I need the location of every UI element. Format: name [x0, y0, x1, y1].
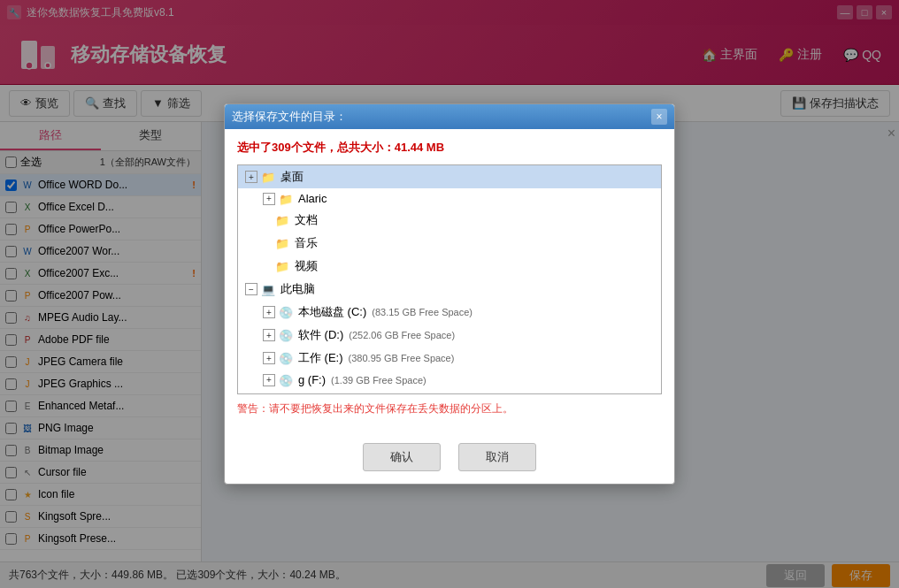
cancel-button[interactable]: 取消 — [458, 443, 536, 471]
tree-space-c: (83.15 GB Free Space) — [372, 307, 473, 317]
tree-item-computer[interactable]: − 💻 此电脑 — [238, 278, 661, 301]
modal-info-size: 41.44 MB — [395, 141, 444, 154]
computer-icon: 💻 — [261, 283, 277, 295]
tree-label-desktop: 桌面 — [280, 169, 304, 185]
modal-footer: 确认 取消 — [225, 434, 674, 484]
modal-title-bar: 选择保存文件的目录： × — [225, 104, 674, 129]
modal-body: 选中了309个文件，总共大小：41.44 MB + 📁 桌面 + 📁 Alari… — [225, 129, 674, 434]
modal-warning: 警告：请不要把恢复出来的文件保存在丢失数据的分区上。 — [237, 401, 662, 416]
tree-space-d: (252.06 GB Free Space) — [349, 330, 455, 340]
modal-info: 选中了309个文件，总共大小：41.44 MB — [237, 140, 662, 156]
folder-icon-desktop: 📁 — [261, 171, 277, 183]
save-directory-modal: 选择保存文件的目录： × 选中了309个文件，总共大小：41.44 MB + 📁… — [224, 103, 675, 485]
modal-close-button[interactable]: × — [651, 109, 667, 125]
tree-item-f[interactable]: + 💿 g (F:) (1.39 GB Free Space) — [238, 370, 661, 390]
directory-tree[interactable]: + 📁 桌面 + 📁 Alaric 📁 文档 — [237, 164, 662, 394]
folder-icon-video: 📁 — [275, 260, 291, 272]
tree-item-docs[interactable]: 📁 文档 — [238, 209, 661, 232]
tree-label-music: 音乐 — [295, 235, 318, 251]
tree-label-video: 视频 — [295, 258, 318, 274]
folder-icon-alaric: 📁 — [279, 193, 295, 205]
tree-label-computer: 此电脑 — [280, 281, 315, 297]
expand-icon-computer[interactable]: − — [245, 283, 257, 295]
tree-label-g: KINGSTON (G:) — [298, 393, 381, 394]
tree-item-c[interactable]: + 💿 本地磁盘 (C:) (83.15 GB Free Space) — [238, 301, 661, 324]
modal-info-text: 选中了309个文件，总共大小： — [237, 141, 395, 154]
confirm-button[interactable]: 确认 — [363, 443, 441, 471]
expand-icon-g[interactable]: + — [263, 394, 275, 395]
modal-overlay: 选择保存文件的目录： × 选中了309个文件，总共大小：41.44 MB + 📁… — [0, 0, 899, 588]
expand-icon-desktop[interactable]: + — [245, 171, 257, 183]
drive-icon-c: 💿 — [279, 306, 295, 318]
expand-icon-c[interactable]: + — [263, 306, 275, 318]
tree-label-f: g (F:) — [298, 373, 326, 386]
modal-title: 选择保存文件的目录： — [232, 109, 347, 125]
tree-item-alaric[interactable]: + 📁 Alaric — [238, 188, 661, 209]
drive-icon-d: 💿 — [279, 329, 295, 341]
drive-icon-e: 💿 — [279, 352, 295, 364]
expand-icon-e[interactable]: + — [263, 352, 275, 364]
tree-item-music[interactable]: 📁 音乐 — [238, 232, 661, 255]
tree-label-d: 软件 (D:) — [298, 327, 343, 343]
tree-space-e: (380.95 GB Free Space) — [349, 353, 455, 363]
expand-icon-d[interactable]: + — [263, 329, 275, 341]
drive-icon-g: 💿 — [279, 394, 295, 395]
tree-space-f: (1.39 GB Free Space) — [331, 375, 426, 386]
tree-label-e: 工作 (E:) — [298, 350, 343, 366]
expand-icon-f[interactable]: + — [263, 374, 275, 386]
folder-icon-docs: 📁 — [275, 214, 291, 226]
tree-label-c: 本地磁盘 (C:) — [298, 304, 366, 320]
tree-item-desktop[interactable]: + 📁 桌面 — [238, 165, 661, 188]
tree-item-g[interactable]: + 💿 KINGSTON (G:) (8.41 GB Free Space) — [238, 390, 661, 394]
tree-label-alaric: Alaric — [298, 192, 327, 205]
folder-icon-music: 📁 — [275, 237, 291, 249]
tree-item-video[interactable]: 📁 视频 — [238, 255, 661, 278]
tree-item-d[interactable]: + 💿 软件 (D:) (252.06 GB Free Space) — [238, 324, 661, 347]
tree-label-docs: 文档 — [295, 212, 318, 228]
expand-icon-alaric[interactable]: + — [263, 193, 275, 205]
tree-item-e[interactable]: + 💿 工作 (E:) (380.95 GB Free Space) — [238, 347, 661, 370]
drive-icon-f: 💿 — [279, 374, 295, 386]
